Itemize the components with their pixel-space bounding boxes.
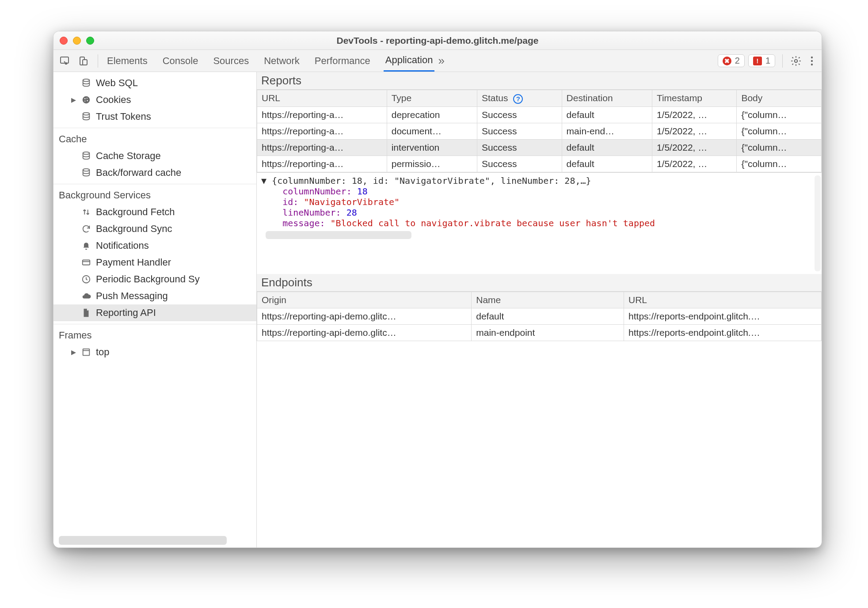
tab-application[interactable]: Application (384, 50, 435, 72)
endpoints-cell-url: https://reports-endpoint.glitch.… (624, 308, 822, 324)
svg-point-3 (795, 59, 798, 62)
reports-col-body[interactable]: Body (737, 90, 822, 107)
sidebar-section-cache: Cache ▸Cache Storage▸Back/forward cache (53, 128, 256, 184)
endpoints-table: Origin Name URL https://reporting-api-de… (257, 292, 822, 341)
sidebar-item-periodic-background-sy[interactable]: ▸Periodic Background Sy (53, 271, 256, 288)
reporting-api-main: Reports URL Type Status ? (257, 72, 822, 547)
reports-col-type[interactable]: Type (387, 90, 477, 107)
error-count-pill[interactable]: ✖ 2 (718, 54, 745, 67)
reports-cell-body: {"column… (737, 156, 822, 172)
svg-point-10 (87, 98, 88, 99)
sidebar-item-notifications[interactable]: ▸Notifications (53, 237, 256, 254)
more-tabs-icon[interactable]: » (438, 54, 444, 68)
reports-col-destination[interactable]: Destination (562, 90, 652, 107)
issues-count-pill[interactable]: ! 1 (748, 54, 775, 67)
inspect-icon[interactable] (57, 53, 72, 68)
sidebar-item-label: Cookies (96, 94, 131, 106)
reports-cell-body: {"column… (737, 123, 822, 139)
reports-cell-body: {"column… (737, 139, 822, 156)
tab-elements[interactable]: Elements (105, 50, 149, 72)
reports-cell-status: Success (477, 156, 562, 172)
sidebar-section-bg: Background Services ▸Background Fetch▸Ba… (53, 184, 256, 324)
report-detail-viewer[interactable]: ▼ {columnNumber: 18, id: "NavigatorVibra… (257, 172, 822, 274)
sidebar-item-web-sql[interactable]: ▸Web SQL (53, 75, 256, 91)
reports-panel-title: Reports (257, 72, 822, 90)
svg-rect-16 (83, 260, 90, 265)
sidebar-item-top[interactable]: ▸top (53, 344, 256, 361)
sidebar-item-reporting-api[interactable]: ▸Reporting API (53, 304, 256, 321)
sidebar-item-payment-handler[interactable]: ▸Payment Handler (53, 254, 256, 271)
devtools-tabs: Elements Console Sources Network Perform… (105, 50, 434, 72)
tab-network[interactable]: Network (262, 50, 301, 72)
sidebar-item-label: Payment Handler (96, 257, 171, 268)
toolbar-separator (98, 54, 98, 68)
endpoints-cell-origin: https://reporting-api-demo.glitc… (257, 324, 472, 341)
tab-sources[interactable]: Sources (211, 50, 251, 72)
endpoints-row[interactable]: https://reporting-api-demo.glitc…main-en… (257, 324, 822, 341)
reports-row[interactable]: https://reporting-a…deprecationSuccessde… (257, 106, 822, 123)
reports-cell-dest: main-end… (562, 123, 652, 139)
zoom-window-button[interactable] (86, 37, 94, 45)
sidebar-item-label: Trust Tokens (96, 111, 151, 122)
application-sidebar: ▸Web SQL▸Cookies▸Trust Tokens Cache ▸Cac… (53, 72, 257, 547)
caret-icon: ▸ (70, 94, 76, 106)
reports-cell-type: permissio… (387, 156, 477, 172)
reports-cell-dest: default (562, 106, 652, 123)
sidebar-item-label: Background Sync (96, 223, 172, 235)
sidebar-item-push-messaging[interactable]: ▸Push Messaging (53, 288, 256, 304)
issues-count: 1 (765, 56, 770, 66)
device-toggle-icon[interactable] (76, 53, 91, 68)
settings-gear-icon[interactable] (790, 55, 802, 67)
reports-cell-type: deprecation (387, 106, 477, 123)
reports-cell-dest: default (562, 139, 652, 156)
detail-summary: {columnNumber: 18, id: "NavigatorVibrate… (272, 175, 591, 186)
error-count: 2 (735, 56, 740, 66)
tab-performance[interactable]: Performance (313, 50, 372, 72)
endpoints-cell-url: https://reports-endpoint.glitch.… (624, 324, 822, 341)
endpoints-col-name[interactable]: Name (472, 292, 624, 308)
sidebar-item-cookies[interactable]: ▸Cookies (53, 91, 256, 108)
reports-row[interactable]: https://reporting-a…document…Successmain… (257, 123, 822, 139)
sidebar-item-background-sync[interactable]: ▸Background Sync (53, 220, 256, 237)
reports-col-timestamp[interactable]: Timestamp (652, 90, 737, 107)
close-window-button[interactable] (60, 37, 68, 45)
sync-icon (81, 224, 91, 234)
cookie-icon (81, 95, 91, 105)
sidebar-item-label: Notifications (96, 240, 149, 251)
sidebar-item-label: Periodic Background Sy (96, 274, 200, 285)
sidebar-item-label: Back/forward cache (96, 167, 181, 179)
more-menu-icon[interactable] (806, 55, 818, 67)
reports-cell-status: Success (477, 123, 562, 139)
minimize-window-button[interactable] (73, 37, 81, 45)
card-icon (81, 257, 91, 268)
tab-console[interactable]: Console (161, 50, 200, 72)
reports-cell-url: https://reporting-a… (257, 139, 387, 156)
sidebar-item-background-fetch[interactable]: ▸Background Fetch (53, 204, 256, 220)
status-help-icon[interactable]: ? (513, 94, 523, 104)
endpoints-row[interactable]: https://reporting-api-demo.glitc…default… (257, 308, 822, 324)
reports-col-status-label: Status (482, 93, 508, 103)
reports-cell-type: document… (387, 123, 477, 139)
sidebar-item-back-forward-cache[interactable]: ▸Back/forward cache (53, 164, 256, 181)
endpoints-col-url[interactable]: URL (624, 292, 822, 308)
svg-point-7 (83, 79, 90, 82)
sidebar-item-cache-storage[interactable]: ▸Cache Storage (53, 148, 256, 164)
reports-row[interactable]: https://reporting-a…interventionSuccessd… (257, 139, 822, 156)
svg-point-11 (87, 100, 88, 102)
reports-col-status[interactable]: Status ? (477, 90, 562, 107)
cloud-icon (81, 291, 91, 301)
reports-cell-type: intervention (387, 139, 477, 156)
reports-cell-ts: 1/5/2022, … (652, 156, 737, 172)
svg-rect-18 (83, 349, 90, 356)
endpoints-cell-origin: https://reporting-api-demo.glitc… (257, 308, 472, 324)
frame-icon (81, 347, 91, 357)
sidebar-item-trust-tokens[interactable]: ▸Trust Tokens (53, 108, 256, 125)
detail-hscrollbar[interactable] (266, 231, 411, 239)
reports-col-url[interactable]: URL (257, 90, 387, 107)
reports-cell-status: Success (477, 139, 562, 156)
endpoints-col-origin[interactable]: Origin (257, 292, 472, 308)
sidebar-hscroll-indicator[interactable] (59, 536, 227, 545)
error-icon: ✖ (723, 57, 731, 65)
detail-vscrollbar[interactable] (815, 175, 821, 271)
reports-row[interactable]: https://reporting-a…permissio…Successdef… (257, 156, 822, 172)
